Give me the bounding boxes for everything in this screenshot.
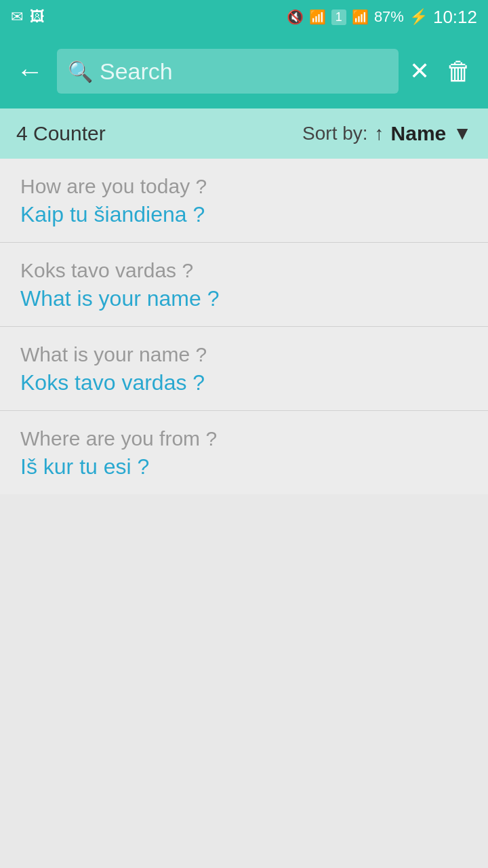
sim-icon: 1 [331,9,346,25]
delete-button[interactable]: 🗑 [441,52,477,92]
counter-label: 4 Counter [16,122,106,145]
sort-name-label: Name [391,122,447,145]
email-icon: ✉ [11,8,23,26]
sort-direction-icon: ↑ [375,123,384,144]
mute-icon: 🔇 [287,9,304,25]
item-primary-2: What is your name ? [20,343,468,366]
wifi-icon: 📶 [309,9,326,25]
phrase-list: How are you today ? Kaip tu šiandiena ? … [0,159,488,494]
clear-icon: ✕ [409,57,430,85]
toolbar: ← 🔍 ✕ 🗑 [0,34,488,108]
trash-icon: 🗑 [446,57,472,85]
item-primary-0: How are you today ? [20,175,468,198]
search-icon: 🔍 [68,60,93,83]
back-icon: ← [16,56,43,87]
status-icons-right: 🔇 📶 1 📶 87% ⚡ 10:12 [287,7,477,28]
sort-section[interactable]: Sort by: ↑ Name ▼ [302,122,472,145]
status-bar: ✉ 🖼 🔇 📶 1 📶 87% ⚡ 10:12 [0,0,488,34]
back-button[interactable]: ← [11,51,49,92]
item-primary-3: Where are you from ? [20,427,468,450]
list-item[interactable]: Where are you from ? Iš kur tu esi ? [0,411,488,494]
time-label: 10:12 [433,7,477,28]
item-secondary-2: Koks tavo vardas ? [20,370,468,395]
dropdown-icon[interactable]: ▼ [453,123,472,144]
item-secondary-3: Iš kur tu esi ? [20,454,468,479]
status-icons-left: ✉ 🖼 [11,8,45,26]
clear-button[interactable]: ✕ [407,54,432,88]
battery-label: 87% [374,8,404,26]
list-item[interactable]: How are you today ? Kaip tu šiandiena ? [0,159,488,243]
item-secondary-1: What is your name ? [20,286,468,311]
item-primary-1: Koks tavo vardas ? [20,259,468,282]
signal-icon: 📶 [352,9,369,25]
search-input[interactable] [100,58,388,85]
search-container[interactable]: 🔍 [57,49,399,94]
image-icon: 🖼 [30,8,45,26]
sort-bar: 4 Counter Sort by: ↑ Name ▼ [0,108,488,159]
list-item[interactable]: What is your name ? Koks tavo vardas ? [0,327,488,411]
sort-by-label: Sort by: [302,123,367,144]
item-secondary-0: Kaip tu šiandiena ? [20,202,468,227]
list-item[interactable]: Koks tavo vardas ? What is your name ? [0,243,488,327]
battery-icon: ⚡ [409,8,428,26]
